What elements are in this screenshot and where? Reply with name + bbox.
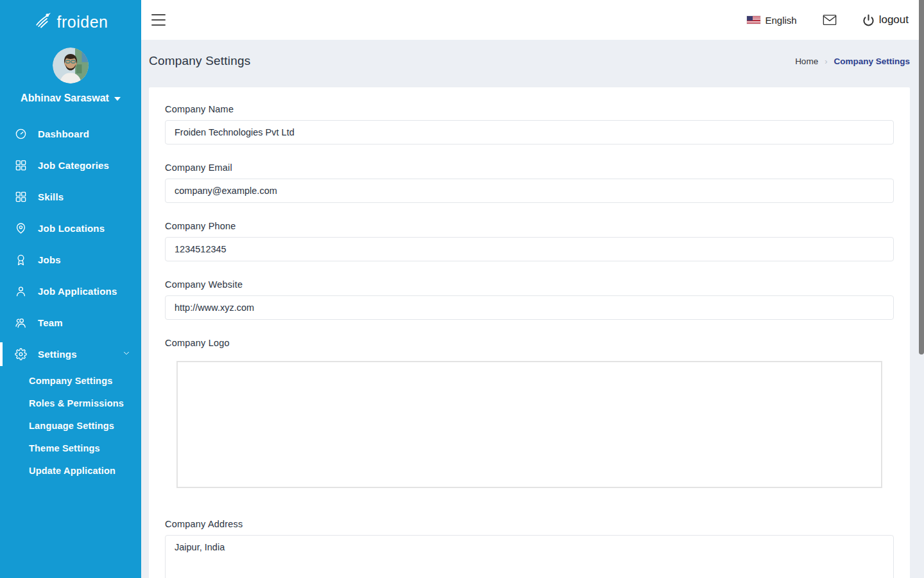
logout-button[interactable]: logout [862,13,909,26]
user-name-label: Abhinav Saraswat [21,92,109,104]
sidebar-item-jobs[interactable]: Jobs [0,244,141,276]
company-website-label: Company Website [165,279,894,290]
app-logo[interactable]: froiden [0,0,141,33]
sidebar-item-settings[interactable]: Settings [0,338,141,370]
sidebar-subitem-roles-permissions[interactable]: Roles & Permissions [0,392,141,415]
company-logo-label: Company Logo [165,338,894,348]
grid-icon [14,159,27,172]
sidebar-item-team[interactable]: Team [0,307,141,338]
company-name-label: Company Name [165,104,894,114]
sidebar: froiden Abhinav Saras [0,0,141,578]
grid-icon [14,191,27,204]
messages-button[interactable] [823,14,837,26]
company-website-input[interactable] [165,295,894,320]
logo-text: froiden [57,13,108,31]
company-address-input[interactable]: Jaipur, India [165,535,894,578]
company-logo-dropzone[interactable] [176,361,882,488]
award-icon [14,254,27,267]
logout-label: logout [879,13,909,26]
company-name-input[interactable] [165,120,894,144]
breadcrumb: Home › Company Settings [795,57,910,66]
company-address-label: Company Address [165,519,894,529]
users-icon [14,317,27,329]
menu-toggle-button[interactable] [151,14,167,26]
company-phone-label: Company Phone [165,221,894,231]
sidebar-item-dashboard[interactable]: Dashboard [0,118,141,150]
breadcrumb-home-link[interactable]: Home [795,57,818,66]
user-menu[interactable]: Abhinav Saraswat [21,92,121,104]
sidebar-subitem-language-settings[interactable]: Language Settings [0,415,141,437]
chevron-down-icon [122,349,131,360]
company-phone-input[interactable] [165,237,894,261]
sidebar-nav: Dashboard Job Categories Skills Job Loca… [0,118,141,482]
settings-submenu: Company Settings Roles & Permissions Lan… [0,370,141,482]
content-area: Company Settings Home › Company Settings… [141,40,924,578]
power-icon [862,14,875,26]
company-email-input[interactable] [165,179,894,203]
topbar: English logout [141,0,924,40]
sidebar-subitem-update-application[interactable]: Update Application [0,460,141,482]
sidebar-item-skills[interactable]: Skills [0,181,141,213]
sidebar-subitem-theme-settings[interactable]: Theme Settings [0,437,141,460]
avatar[interactable] [53,48,89,83]
dashboard-gauge-icon [14,128,27,141]
user-icon [14,285,27,298]
vertical-scrollbar[interactable] [919,0,924,355]
breadcrumb-separator-icon: › [825,57,827,66]
language-selector[interactable]: English [747,15,796,26]
sidebar-item-job-applications[interactable]: Job Applications [0,276,141,307]
chevron-down-icon [114,97,121,101]
company-email-label: Company Email [165,162,894,173]
page-title: Company Settings [149,54,250,68]
language-label: English [765,15,796,26]
us-flag-icon [747,16,760,24]
company-settings-form-card: Company Name Company Email Company Phone… [149,87,910,578]
sidebar-item-job-locations[interactable]: Job Locations [0,213,141,244]
envelope-icon [823,14,837,26]
sidebar-subitem-company-settings[interactable]: Company Settings [0,370,141,392]
map-pin-icon [14,222,27,235]
gear-icon [14,348,27,361]
sidebar-item-job-categories[interactable]: Job Categories [0,150,141,181]
logo-bird-icon [33,11,53,33]
breadcrumb-current: Company Settings [834,57,910,66]
